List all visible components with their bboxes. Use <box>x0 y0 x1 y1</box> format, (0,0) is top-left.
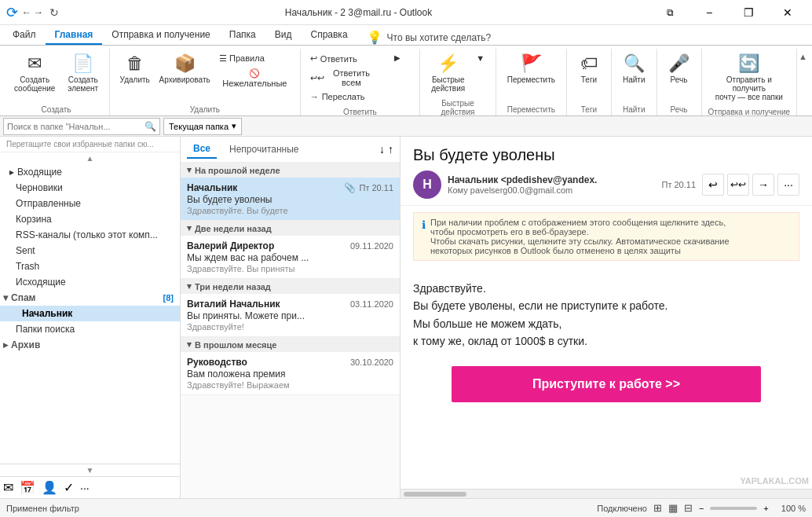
tab-help[interactable]: Справка <box>301 26 357 45</box>
tab-home[interactable]: Главная <box>46 26 103 45</box>
date-group-last-week-label: На прошлой неделе <box>195 166 280 175</box>
main-layout: Перетащите свои избранные папки сю... ▲ … <box>0 137 812 498</box>
reading-more-btn[interactable]: ··· <box>777 174 799 196</box>
reading-hscroll[interactable] <box>401 489 812 498</box>
send-receive-btn[interactable]: 🔄 Отправить и получитьпочту — все папки <box>708 52 791 103</box>
more-nav-btn[interactable]: ··· <box>80 482 90 494</box>
email-item-4[interactable]: Руководство 30.10.2020 Вам положена прем… <box>181 352 400 395</box>
window-mode-btn[interactable]: ⧉ <box>652 0 688 25</box>
search-input[interactable] <box>7 122 144 131</box>
new-item-btn[interactable]: 📄 Создатьэлемент <box>63 52 103 94</box>
tasks-nav-btn[interactable]: ✓ <box>64 480 74 495</box>
reply-btn[interactable]: ↩ Ответить <box>307 52 379 65</box>
tags-btn[interactable]: 🏷 Теги <box>573 52 605 86</box>
status-view-preview-icon[interactable]: ⊟ <box>684 502 693 514</box>
tags-icon: 🏷 <box>580 53 598 74</box>
status-view-compact-icon[interactable]: ▦ <box>668 502 678 514</box>
find-btn[interactable]: 🔍 Найти <box>618 52 650 86</box>
quick-actions-btn[interactable]: ⚡ Быстрыедействия <box>426 52 470 94</box>
date-group-last-month: ▾ В прошлом месяце <box>181 337 400 352</box>
title-bar-sync[interactable]: ↻ <box>49 6 59 19</box>
new-message-btn[interactable]: ✉ Создатьсообщение <box>9 52 60 94</box>
reply-col: ↩ Ответить ↩↩ Ответить всем → Переслать <box>307 52 379 103</box>
send-receive-label: Отправить и получитьпочту — все папки <box>713 75 786 101</box>
reading-to-label: Кому <box>448 185 470 195</box>
sidebar-item-search-folders[interactable]: Папки поиска <box>0 321 180 337</box>
email-subject-3: Вы приняты. Можете при... <box>187 310 393 321</box>
restore-btn[interactable]: ❐ <box>730 0 766 25</box>
body-line-4: к тому же, оклад от 1000$ в сутки. <box>413 332 799 350</box>
reading-from: Начальник <pdedishev@yandex. <box>448 174 655 185</box>
tab-send-receive[interactable]: Отправка и получение <box>102 26 219 45</box>
current-folder-btn[interactable]: Текущая папка ▾ <box>163 118 242 135</box>
ribbon-delete-small-col: ☰ Правила 🚫 Нежелательные <box>216 52 294 90</box>
reply-label: Ответить <box>320 54 357 64</box>
close-btn[interactable]: ✕ <box>770 0 806 25</box>
sidebar-item-trash-folder[interactable]: Trash <box>0 258 180 274</box>
tags-label: Теги <box>581 75 597 84</box>
search-bar-area: 🔍 Текущая папка ▾ <box>0 116 812 137</box>
ribbon-search-hint[interactable]: 💡 Что вы хотите сделать? <box>357 30 809 45</box>
zoom-slider[interactable] <box>710 507 757 510</box>
sidebar-item-drafts[interactable]: Черновики <box>0 180 180 196</box>
sidebar-item-rss[interactable]: RSS-каналы (только этот комп... <box>0 227 180 243</box>
quick-actions-label: Быстрыедействия <box>431 75 465 93</box>
ribbon-group-create: ✉ Создатьсообщение 📄 Создатьэлемент Созд… <box>3 49 110 116</box>
tab-folder[interactable]: Папка <box>220 26 265 45</box>
ribbon-group-move: 🚩 Переместить Переместить <box>496 49 567 116</box>
lightbulb-icon: 💡 <box>367 30 382 45</box>
sidebar-scroll-down[interactable]: ▼ <box>0 464 180 476</box>
tab-unread[interactable]: Непрочитанные <box>223 141 305 158</box>
quick-actions-expand[interactable]: ▼ <box>473 52 488 64</box>
forward-btn[interactable]: → Переслать <box>307 90 379 103</box>
zoom-plus-btn[interactable]: + <box>763 504 768 513</box>
ribbon-group-tags-label: Теги <box>573 104 605 116</box>
sidebar-item-archive[interactable]: ▸ Архив <box>0 337 180 353</box>
calendar-nav-btn[interactable]: 📅 <box>20 480 35 495</box>
search-box[interactable]: 🔍 <box>3 118 160 135</box>
title-bar-back[interactable]: ← <box>21 6 31 18</box>
hscroll-thumb <box>404 492 466 497</box>
sidebar-item-outbox[interactable]: Исходящие <box>0 274 180 290</box>
rules-btn[interactable]: ☰ Правила <box>216 52 294 65</box>
email-item-1[interactable]: Начальник 📎 Пт 20.11 Вы будете уволены З… <box>181 178 400 221</box>
tab-view[interactable]: Вид <box>265 26 302 45</box>
reading-forward-btn[interactable]: → <box>752 174 774 196</box>
sidebar-item-sent-folder[interactable]: Sent <box>0 243 180 258</box>
more-reply-btn[interactable]: ▶ <box>382 52 413 64</box>
archive-btn[interactable]: 📦 Архивировать <box>156 52 213 86</box>
ribbon-collapse[interactable]: ▲ <box>797 49 809 116</box>
reading-reply-btn[interactable]: ↩ <box>702 174 724 196</box>
sidebar-item-trash[interactable]: Корзина <box>0 211 180 227</box>
email-item-3[interactable]: Виталий Начальник 03.11.2020 Вы приняты.… <box>181 294 400 337</box>
status-view-normal-icon[interactable]: ⊞ <box>653 502 662 514</box>
mail-nav-btn[interactable]: ✉ <box>3 480 13 495</box>
reading-reply-all-btn[interactable]: ↩↩ <box>727 174 749 196</box>
move-btn[interactable]: 🚩 Переместить <box>503 52 560 86</box>
sidebar-item-nachalnik[interactable]: Начальник <box>0 306 180 321</box>
status-left: Применен фильтр <box>6 504 79 513</box>
sort-asc-btn[interactable]: ↑ <box>388 143 393 156</box>
sidebar-item-spam[interactable]: ▾ Спам [8] <box>0 290 180 306</box>
speech-icon: 🎤 <box>668 53 689 74</box>
contacts-nav-btn[interactable]: 👤 <box>42 480 57 495</box>
body-line-2: Вы будете уволены, если не приступите к … <box>413 297 799 314</box>
sort-btn[interactable]: ↓ <box>379 143 385 156</box>
reply-all-btn[interactable]: ↩↩ Ответить всем <box>307 67 379 89</box>
email-item-2[interactable]: Валерий Директор 09.11.2020 Мы ждем вас … <box>181 236 400 279</box>
sidebar-scroll-up[interactable]: ▲ <box>0 152 180 164</box>
cta-button[interactable]: Приступите к работе >> <box>452 366 761 402</box>
email-date-1: Пт 20.11 <box>359 183 393 192</box>
zoom-minus-btn[interactable]: − <box>699 504 704 513</box>
title-bar-forward[interactable]: → <box>33 6 43 18</box>
tab-file[interactable]: Файл <box>3 26 46 45</box>
delete-btn[interactable]: 🗑 Удалить <box>116 52 153 86</box>
tab-all[interactable]: Все <box>187 140 217 159</box>
minimize-btn[interactable]: − <box>691 0 727 25</box>
sidebar-item-sent[interactable]: Отправленные <box>0 196 180 211</box>
sidebar-item-inbox[interactable]: ▸ Входящие <box>0 164 180 180</box>
ribbon-group-sendreceive-content: 🔄 Отправить и получитьпочту — все папки <box>708 49 791 106</box>
speech-btn[interactable]: 🎤 Речь <box>664 52 695 86</box>
junk-btn[interactable]: 🚫 Нежелательные <box>216 67 294 90</box>
email-subject-4: Вам положена премия <box>187 368 393 380</box>
